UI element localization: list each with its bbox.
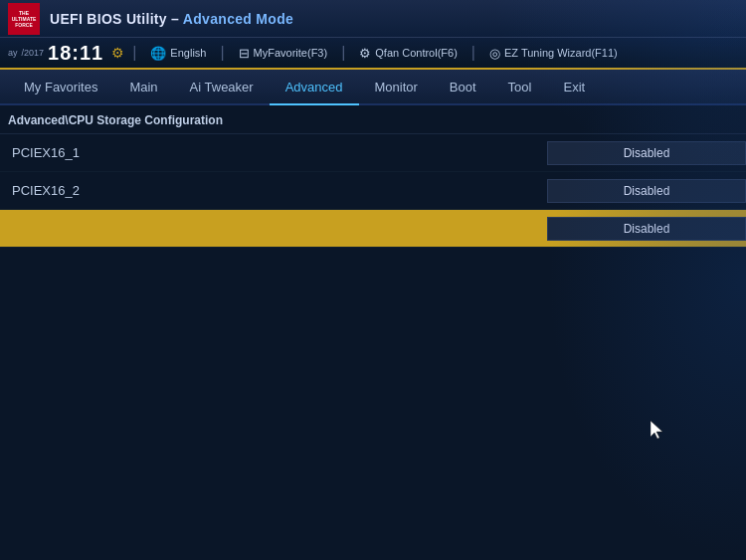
main-nav: My Favorites Main Ai Tweaker Advanced Mo… — [0, 70, 746, 105]
eztuning-label: EZ Tuning Wizard(F11) — [504, 47, 618, 59]
pciex16-1-value-text: Disabled — [624, 146, 670, 160]
nav-item-tool[interactable]: Tool — [492, 70, 548, 105]
eztuning-button[interactable]: ◎ EZ Tuning Wizard(F11) — [483, 46, 624, 61]
bios-title: UEFI BIOS Utility – Advanced Mode — [50, 11, 293, 27]
nav-item-exit[interactable]: Exit — [547, 70, 601, 105]
pciex16-1-label: PCIEX16_1 — [0, 145, 547, 160]
content-area: PCIEX16_1 Disabled PCIEX16_2 Disabled Di… — [0, 134, 746, 248]
language-button[interactable]: 🌐 English — [144, 46, 212, 61]
config-row-pciex16-1: PCIEX16_1 Disabled — [0, 134, 746, 172]
logo-text: THE ULTIMATE FORCE — [12, 10, 37, 28]
qfan-button[interactable]: ⚙ Qfan Control(F6) — [353, 46, 464, 61]
nav-item-monitor[interactable]: Monitor — [359, 70, 434, 105]
day-text: ay — [8, 48, 18, 58]
asus-logo: THE ULTIMATE FORCE — [8, 3, 40, 35]
pciex16-1-value[interactable]: Disabled — [547, 141, 746, 165]
myfavorite-button[interactable]: ⊟ MyFavorite(F3) — [233, 46, 334, 61]
year-text: /2017 — [22, 48, 45, 58]
myfavorite-label: MyFavorite(F3) — [254, 47, 328, 59]
language-label: English — [170, 47, 206, 59]
pciex16-2-value-text: Disabled — [624, 184, 670, 198]
qfan-icon: ⚙ — [359, 46, 371, 61]
nav-item-aitweaker[interactable]: Ai Tweaker — [174, 70, 270, 105]
nav-item-favorites[interactable]: My Favorites — [8, 70, 113, 105]
myfavorite-icon: ⊟ — [239, 46, 250, 61]
bios-title-highlight: Advanced Mode — [183, 11, 293, 27]
pciex16-2-label: PCIEX16_2 — [0, 183, 547, 198]
divider4: | — [471, 44, 475, 62]
clock-bar: ay /2017 18:11 ⚙ | 🌐 English | ⊟ MyFavor… — [0, 38, 746, 70]
date-time-area: ay /2017 18:11 ⚙ — [8, 42, 124, 65]
config-row-highlighted[interactable]: Disabled — [0, 210, 746, 248]
header-bar: THE ULTIMATE FORCE UEFI BIOS Utility – A… — [0, 0, 746, 38]
pciex16-2-value[interactable]: Disabled — [547, 179, 746, 203]
breadcrumb: Advanced\CPU Storage Configuration — [8, 113, 223, 127]
time-display: 18:11 — [48, 42, 103, 65]
logo-area: THE ULTIMATE FORCE — [8, 3, 40, 35]
highlighted-row-value-text: Disabled — [624, 222, 670, 236]
settings-icon[interactable]: ⚙ — [111, 45, 124, 61]
divider2: | — [220, 44, 224, 62]
divider3: | — [341, 44, 345, 62]
divider1: | — [132, 44, 136, 62]
svg-marker-0 — [651, 421, 662, 439]
nav-item-main[interactable]: Main — [113, 70, 173, 105]
globe-icon: 🌐 — [150, 46, 166, 61]
nav-item-boot[interactable]: Boot — [434, 70, 492, 105]
nav-item-advanced[interactable]: Advanced — [270, 70, 359, 105]
mouse-cursor — [651, 421, 666, 441]
eztuning-icon: ◎ — [489, 46, 500, 61]
breadcrumb-bar: Advanced\CPU Storage Configuration — [0, 105, 746, 134]
highlighted-row-value[interactable]: Disabled — [547, 217, 746, 241]
config-row-pciex16-2: PCIEX16_2 Disabled — [0, 172, 746, 210]
qfan-label: Qfan Control(F6) — [375, 47, 458, 59]
